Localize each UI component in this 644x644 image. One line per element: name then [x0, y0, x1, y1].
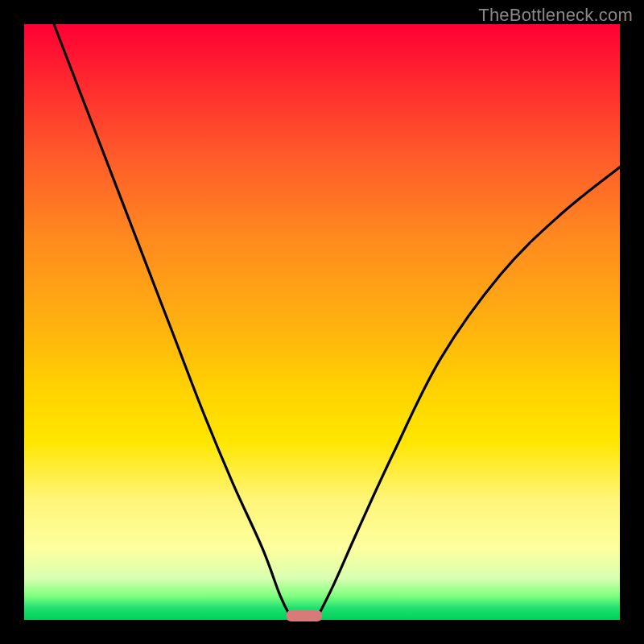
right-curve — [316, 167, 620, 620]
watermark-text: TheBottleneck.com — [478, 5, 633, 26]
chart-frame: TheBottleneck.com — [0, 0, 644, 644]
optimum-bar — [287, 610, 322, 621]
curves-svg — [24, 24, 620, 620]
plot-area — [24, 24, 620, 620]
left-curve — [54, 24, 292, 620]
